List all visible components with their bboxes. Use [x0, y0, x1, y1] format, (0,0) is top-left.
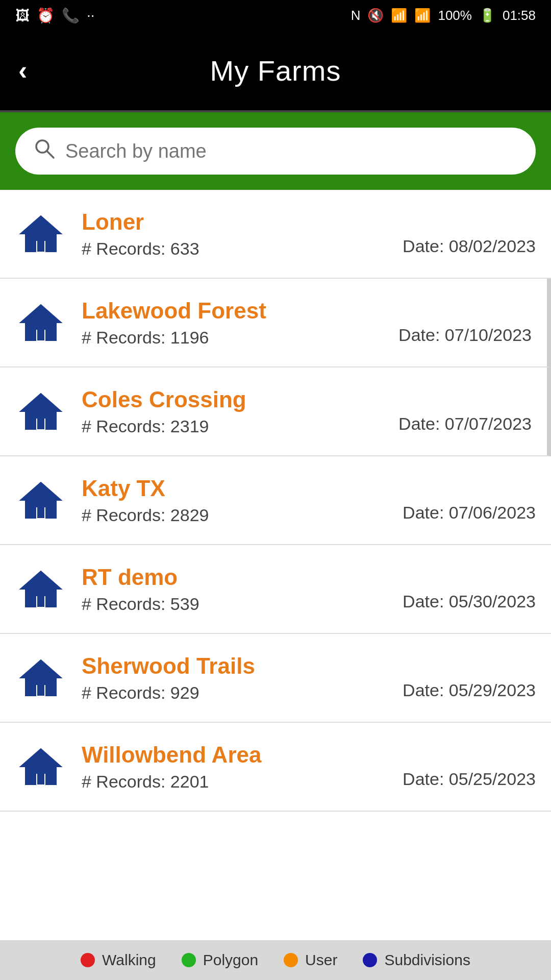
- farm-icon: [15, 386, 66, 437]
- farm-name: Coles Crossing: [82, 387, 532, 412]
- farm-name: Katy TX: [82, 476, 536, 501]
- farm-name: Lakewood Forest: [82, 298, 532, 324]
- svg-rect-7: [37, 418, 44, 429]
- page-title: My Farms: [210, 54, 341, 87]
- status-bar: 🖼 ⏰ 📞 ·· N 🔇 📶 📶 100% 🔋 01:58: [0, 0, 551, 31]
- svg-rect-9: [37, 507, 44, 518]
- svg-rect-5: [37, 329, 44, 340]
- legend-item: Walking: [81, 951, 156, 969]
- search-container: [0, 112, 551, 190]
- farm-icon: [15, 741, 66, 792]
- legend-item: User: [284, 951, 337, 969]
- svg-rect-11: [37, 596, 44, 607]
- back-button[interactable]: ‹: [18, 55, 27, 86]
- search-icon: [34, 138, 55, 164]
- farm-date: Date: 05/29/2023: [403, 680, 536, 700]
- svg-line-1: [47, 151, 54, 158]
- search-box: [15, 128, 536, 175]
- photo-icon: 🖼: [15, 7, 30, 24]
- farm-icon: [15, 475, 66, 526]
- legend-item: Subdivisions: [363, 951, 470, 969]
- list-item[interactable]: Katy TX # Records: 2829 Date: 07/06/2023: [0, 456, 551, 545]
- farm-list: Loner # Records: 633 Date: 08/02/2023 La…: [0, 190, 551, 812]
- legend-dot: [182, 953, 196, 967]
- list-item[interactable]: Loner # Records: 633 Date: 08/02/2023: [0, 190, 551, 279]
- header: ‹ My Farms: [0, 31, 551, 112]
- legend-label: Subdivisions: [384, 951, 470, 969]
- dots-icon: ··: [87, 7, 95, 23]
- list-item[interactable]: Lakewood Forest # Records: 1196 Date: 07…: [0, 279, 551, 368]
- list-item[interactable]: RT demo # Records: 539 Date: 05/30/2023: [0, 545, 551, 634]
- farm-date: Date: 05/30/2023: [403, 592, 536, 611]
- status-bar-left: 🖼 ⏰ 📞 ··: [15, 7, 95, 24]
- legend-label: Polygon: [203, 951, 258, 969]
- legend-dot: [284, 953, 298, 967]
- farm-icon: [15, 564, 66, 615]
- farm-name: Willowbend Area: [82, 742, 536, 768]
- list-item[interactable]: Sherwood Trails # Records: 929 Date: 05/…: [0, 634, 551, 723]
- list-item[interactable]: Willowbend Area # Records: 2201 Date: 05…: [0, 723, 551, 812]
- signal-icon: 📶: [414, 8, 431, 23]
- farm-date: Date: 08/02/2023: [403, 236, 536, 256]
- time-display: 01:58: [503, 8, 536, 23]
- battery-percent: 100%: [438, 8, 472, 23]
- farm-icon: [15, 297, 66, 348]
- farm-name: RT demo: [82, 565, 536, 590]
- legend-dot: [81, 953, 95, 967]
- farm-date: Date: 07/06/2023: [403, 503, 536, 523]
- farm-date: Date: 07/10/2023: [398, 325, 532, 345]
- nfc-icon: N: [351, 8, 361, 23]
- svg-rect-3: [37, 240, 44, 252]
- mute-icon: 🔇: [367, 8, 384, 23]
- legend-footer: WalkingPolygonUserSubdivisions: [0, 940, 551, 980]
- legend-item: Polygon: [182, 951, 258, 969]
- svg-rect-15: [37, 773, 44, 785]
- alarm-icon: ⏰: [37, 7, 55, 24]
- wifi-icon: 📶: [391, 8, 407, 23]
- list-item[interactable]: Coles Crossing # Records: 2319 Date: 07/…: [0, 368, 551, 456]
- legend-label: Walking: [102, 951, 156, 969]
- farm-date: Date: 05/25/2023: [403, 769, 536, 789]
- battery-icon: 🔋: [479, 8, 495, 23]
- farm-date: Date: 07/07/2023: [398, 414, 532, 434]
- status-bar-right: N 🔇 📶 📶 100% 🔋 01:58: [351, 8, 536, 23]
- farm-icon: [15, 652, 66, 703]
- search-input[interactable]: [65, 140, 517, 162]
- phone-icon: 📞: [62, 7, 80, 24]
- farm-name: Sherwood Trails: [82, 653, 536, 679]
- svg-rect-13: [37, 684, 44, 696]
- legend-label: User: [305, 951, 337, 969]
- farm-name: Loner: [82, 209, 536, 235]
- legend-dot: [363, 953, 377, 967]
- farm-icon: [15, 208, 66, 259]
